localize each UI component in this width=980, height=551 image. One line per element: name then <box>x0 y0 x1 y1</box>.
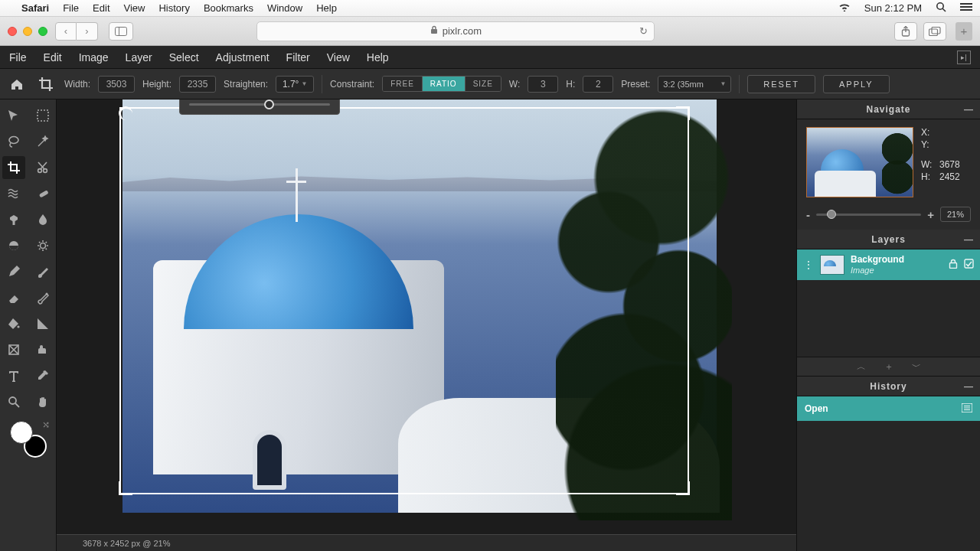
chevron-down-icon: ▼ <box>720 80 726 87</box>
reset-button[interactable]: RESET <box>747 75 815 93</box>
minimize-icon[interactable]: — <box>964 234 974 245</box>
straighten-slider-popover[interactable] <box>179 99 340 115</box>
layer-up-icon[interactable]: ︿ <box>857 360 866 373</box>
svg-point-19 <box>40 243 45 249</box>
mac-menu-help[interactable]: Help <box>316 2 337 14</box>
height-input[interactable]: 2335 <box>179 76 216 93</box>
mac-menu-bookmarks[interactable]: Bookmarks <box>204 2 253 14</box>
browser-forward-button[interactable]: › <box>77 22 98 41</box>
tabs-button[interactable] <box>923 22 946 41</box>
mac-menu-window[interactable]: Window <box>267 2 302 14</box>
tool-zoom[interactable] <box>2 390 25 413</box>
pixlr-menu-adjustment[interactable]: Adjustment <box>216 51 270 64</box>
tool-wand[interactable] <box>31 130 54 153</box>
zoom-in-button[interactable]: + <box>927 208 934 221</box>
mac-menu-edit[interactable]: Edit <box>93 2 109 14</box>
tool-liquify[interactable] <box>2 182 25 205</box>
tool-marquee[interactable] <box>31 104 54 127</box>
navigator-thumbnail[interactable] <box>806 127 913 197</box>
tool-fill[interactable] <box>2 312 25 335</box>
zoom-out-button[interactable]: - <box>806 208 810 221</box>
panel-toggle-icon[interactable]: ▸| <box>957 51 971 64</box>
lock-icon[interactable] <box>949 259 958 271</box>
tool-sponge[interactable] <box>31 234 54 257</box>
pixlr-menu-edit[interactable]: Edit <box>44 51 62 64</box>
tool-frame[interactable] <box>31 338 54 361</box>
ratio-h-input[interactable]: 2 <box>583 76 613 93</box>
tool-move[interactable] <box>2 104 25 127</box>
browser-back-button[interactable]: ‹ <box>55 22 77 41</box>
history-panel-header[interactable]: History— <box>797 377 980 396</box>
tool-crop[interactable] <box>2 156 25 179</box>
new-tab-button[interactable]: + <box>956 22 972 41</box>
tool-hand[interactable] <box>31 390 54 413</box>
tool-eraser[interactable] <box>2 286 25 309</box>
zoom-slider[interactable] <box>816 214 921 216</box>
add-layer-button[interactable]: ＋ <box>884 360 893 373</box>
window-close-button[interactable] <box>8 27 17 36</box>
swap-colors-icon[interactable]: ⤭ <box>42 419 50 430</box>
pixlr-menu-bar: File Edit Image Layer Select Adjustment … <box>0 46 980 69</box>
pixlr-menu-layer[interactable]: Layer <box>126 51 152 64</box>
navigate-panel-header[interactable]: Navigate— <box>797 99 980 119</box>
reload-icon[interactable]: ↻ <box>639 25 648 37</box>
width-input[interactable]: 3503 <box>98 76 135 93</box>
layers-panel-header[interactable]: Layers— <box>797 230 980 249</box>
window-minimize-button[interactable] <box>23 27 32 36</box>
tool-replace-color[interactable] <box>31 286 54 309</box>
tool-clone[interactable] <box>2 208 25 231</box>
constraint-free[interactable]: FREE <box>383 77 422 91</box>
history-item-open[interactable]: Open <box>797 396 980 421</box>
minimize-icon[interactable]: — <box>964 104 974 115</box>
pixlr-menu-file[interactable]: File <box>9 51 27 64</box>
spotlight-icon[interactable] <box>936 2 946 15</box>
tool-text[interactable] <box>2 364 25 387</box>
straighten-dropdown[interactable]: 1.7°▼ <box>276 76 314 93</box>
svg-rect-29 <box>965 259 973 268</box>
constraint-ratio[interactable]: RATIO <box>422 77 465 91</box>
preset-dropdown[interactable]: 3:2 (35mm▼ <box>658 76 731 93</box>
mac-menu-view[interactable]: View <box>124 2 145 14</box>
zoom-slider-knob[interactable] <box>827 210 836 219</box>
pixlr-menu-select[interactable]: Select <box>169 51 199 64</box>
pixlr-menu-view[interactable]: View <box>327 51 350 64</box>
constraint-size[interactable]: SIZE <box>465 77 501 91</box>
share-button[interactable] <box>894 22 917 41</box>
app-menu-safari[interactable]: Safari <box>21 2 49 14</box>
zoom-value[interactable]: 21% <box>940 207 971 222</box>
visibility-checkbox[interactable] <box>964 259 974 271</box>
layer-down-icon[interactable]: ﹀ <box>912 360 921 373</box>
apply-button[interactable]: APPLY <box>823 75 890 93</box>
pixlr-menu-image[interactable]: Image <box>79 51 109 64</box>
home-button[interactable] <box>6 73 28 95</box>
window-zoom-button[interactable] <box>38 27 47 36</box>
tool-cutout[interactable] <box>31 156 54 179</box>
control-center-icon[interactable] <box>960 2 972 14</box>
slider-knob[interactable] <box>264 99 274 109</box>
tool-eyedropper[interactable] <box>31 364 54 387</box>
foreground-color-swatch[interactable] <box>10 421 33 444</box>
pixlr-menu-help[interactable]: Help <box>367 51 389 64</box>
pixlr-menu-filter[interactable]: Filter <box>286 51 310 64</box>
drag-handle-icon[interactable]: ⋮ <box>803 259 814 271</box>
canvas-area[interactable]: 3678 x 2452 px @ 21% <box>57 99 796 551</box>
browser-sidebar-button[interactable] <box>109 22 133 41</box>
wifi-icon[interactable] <box>838 2 851 14</box>
tool-blur[interactable] <box>31 208 54 231</box>
tool-dodge[interactable] <box>2 234 25 257</box>
options-bar: Width: 3503 Height: 2335 Straighten: 1.7… <box>0 69 980 99</box>
tool-shape[interactable] <box>2 338 25 361</box>
tool-heal[interactable] <box>31 182 54 205</box>
slider-track[interactable] <box>189 103 330 106</box>
tool-pen[interactable] <box>2 260 25 283</box>
tool-gradient[interactable] <box>31 312 54 335</box>
tool-lasso[interactable] <box>2 130 25 153</box>
tool-brush[interactable] <box>31 260 54 283</box>
mac-menu-history[interactable]: History <box>158 2 189 14</box>
layer-row-background[interactable]: ⋮ Background Image <box>797 249 980 280</box>
ratio-w-input[interactable]: 3 <box>528 76 558 93</box>
mac-menu-file[interactable]: File <box>63 2 79 14</box>
browser-address-bar[interactable]: pixlr.com ↻ <box>256 21 655 41</box>
minimize-icon[interactable]: — <box>964 381 974 392</box>
color-swatch[interactable]: ⤭ <box>10 421 47 458</box>
